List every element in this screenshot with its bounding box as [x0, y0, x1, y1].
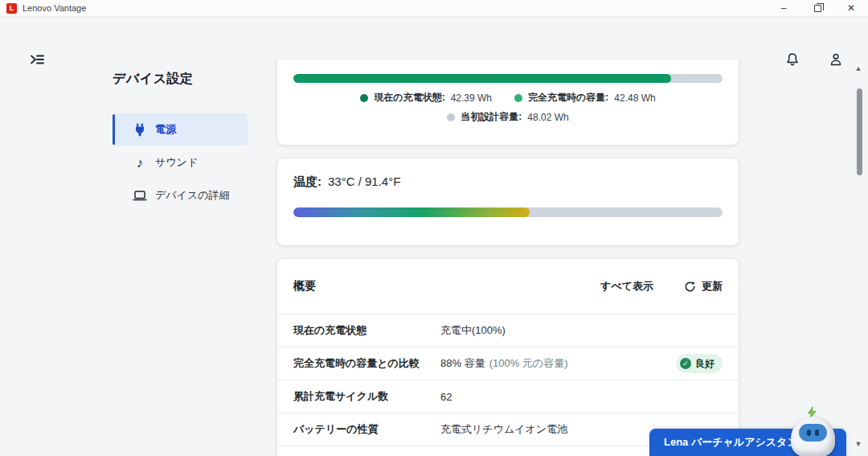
- sidebar: デバイス設定 電源 ♪ サウンド デバイスの詳細: [113, 71, 248, 88]
- restore-button[interactable]: [800, 0, 834, 16]
- sidebar-nav: 電源 ♪ サウンド デバイスの詳細: [113, 113, 248, 212]
- row-value: 62: [440, 391, 452, 403]
- sidebar-item-label: サウンド: [155, 155, 198, 170]
- robot-eye-icon: [815, 429, 819, 436]
- account-button[interactable]: [825, 49, 846, 70]
- row-label: 累計充電サイクル数: [293, 389, 440, 404]
- robot-face: [799, 424, 827, 442]
- robot-head: [791, 417, 835, 456]
- battery-capacity-bar: [293, 74, 723, 83]
- power-plug-icon: [133, 123, 147, 137]
- legend-label: 当初設計容量:: [461, 110, 522, 124]
- legend-full-charge-capacity: 完全充電時の容量: 42.48 Wh: [514, 91, 656, 105]
- temperature-reading: 温度:33°C / 91.4°F: [293, 175, 400, 190]
- temperature-bar: [293, 207, 723, 217]
- legend-design-capacity: 当初設計容量: 48.02 Wh: [447, 110, 568, 124]
- robot-eye-icon: [807, 429, 811, 436]
- legend-dot-icon: [447, 113, 455, 121]
- overview-table: 現在の充電状態 充電中(100%) 完全充電時の容量との比較 88% 容量 (1…: [277, 314, 739, 446]
- overview-title: 概要: [293, 279, 600, 294]
- battery-legend-row: 現在の充電状態: 42.39 Wh 完全充電時の容量: 42.48 Wh: [277, 91, 739, 105]
- badge-label: 良好: [695, 357, 714, 371]
- scrollbar-down-arrow[interactable]: ▼: [853, 440, 864, 448]
- refresh-icon: [684, 281, 696, 293]
- legend-value: 42.39 Wh: [451, 92, 492, 104]
- laptop-icon: [133, 189, 147, 202]
- table-row: 累計充電サイクル数 62: [277, 380, 739, 413]
- legend-dot-icon: [514, 94, 522, 102]
- temperature-fill: [293, 207, 530, 217]
- music-note-icon: ♪: [133, 156, 147, 170]
- legend-value: 48.02 Wh: [527, 112, 568, 123]
- sidebar-expand-icon: [29, 51, 45, 68]
- minimize-button[interactable]: –: [767, 0, 800, 16]
- battery-legend-row: 当初設計容量: 48.02 Wh: [277, 110, 739, 124]
- legend-label: 現在の充電状態:: [374, 91, 444, 105]
- row-value: 充電式リチウムイオン電池: [440, 422, 567, 437]
- notifications-button[interactable]: [782, 49, 803, 70]
- sidebar-item-label: 電源: [155, 122, 176, 137]
- close-button[interactable]: ✕: [834, 0, 868, 16]
- show-all-label: すべて表示: [600, 279, 653, 294]
- table-row: 完全充電時の容量との比較 88% 容量 (100% 元の容量) ✓ 良好: [277, 347, 739, 380]
- temperature-value: 33°C / 91.4°F: [328, 175, 400, 188]
- row-value: 充電中(100%): [440, 323, 506, 338]
- refresh-label: 更新: [702, 279, 723, 294]
- table-row: 現在の充電状態 充電中(100%): [277, 314, 739, 347]
- overview-card: 概要 すべて表示 更新 現在の充電状態 充電中(100%) 完全充電時の容量との…: [277, 259, 739, 456]
- legend-dot-icon: [360, 94, 368, 102]
- sidebar-item-power[interactable]: 電源: [113, 113, 248, 146]
- assistant-label: Lena バーチャルアシスタント: [664, 435, 809, 450]
- scrollbar-up-arrow[interactable]: ▲: [853, 64, 864, 72]
- battery-capacity-card: 現在の充電状態: 42.39 Wh 完全充電時の容量: 42.48 Wh 当初設…: [277, 60, 739, 145]
- scrollbar-thumb[interactable]: [857, 88, 862, 175]
- legend-value: 42.48 Wh: [614, 92, 655, 104]
- title-bar: L Lenovo Vantage – ✕: [0, 0, 868, 17]
- user-icon: [828, 51, 844, 68]
- temperature-card: 温度:33°C / 91.4°F: [277, 158, 739, 245]
- check-circle-icon: ✓: [680, 358, 691, 369]
- window-title: Lenovo Vantage: [23, 3, 86, 13]
- row-label: 完全充電時の容量との比較: [293, 356, 440, 371]
- battery-capacity-fill: [293, 74, 671, 83]
- legend-label: 完全充電時の容量:: [528, 91, 608, 105]
- sidebar-item-sound[interactable]: ♪ サウンド: [113, 146, 248, 179]
- show-all-button[interactable]: すべて表示: [600, 279, 653, 294]
- row-label: 現在の充電状態: [293, 323, 440, 338]
- sidebar-item-label: デバイスの詳細: [155, 188, 230, 203]
- app-header: [0, 17, 868, 60]
- overview-header: 概要 すべて表示 更新: [277, 259, 739, 314]
- expand-menu-button[interactable]: [27, 49, 47, 70]
- lenovo-logo-icon: L: [6, 3, 17, 14]
- restore-icon: [814, 5, 821, 12]
- status-badge: ✓ 良好: [676, 354, 723, 373]
- temperature-label: 温度:: [293, 175, 321, 188]
- row-label: バッテリーの性質: [293, 422, 440, 437]
- row-value-note: (100% 元の容量): [489, 356, 568, 371]
- bell-icon: [784, 51, 800, 68]
- refresh-button[interactable]: 更新: [684, 279, 723, 294]
- page-title: デバイス設定: [113, 71, 248, 88]
- assistant-robot-avatar[interactable]: [789, 407, 837, 456]
- row-value: 88% 容量: [440, 356, 485, 371]
- legend-current-charge: 現在の充電状態: 42.39 Wh: [360, 91, 492, 105]
- sidebar-item-device-details[interactable]: デバイスの詳細: [113, 179, 248, 212]
